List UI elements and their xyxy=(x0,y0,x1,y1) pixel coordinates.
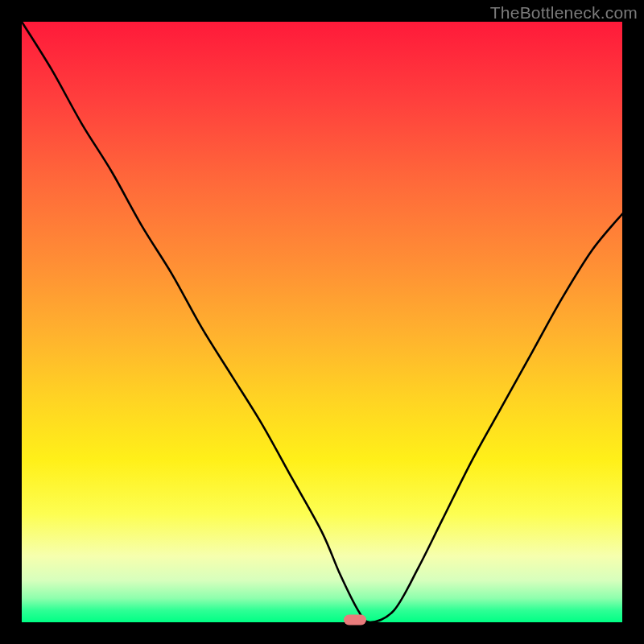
optimum-marker xyxy=(344,615,366,625)
watermark-text: TheBottleneck.com xyxy=(490,3,638,23)
bottleneck-curve xyxy=(22,22,622,622)
curve-path xyxy=(22,22,622,622)
plot-area xyxy=(22,22,622,622)
chart-frame: TheBottleneck.com xyxy=(0,0,644,644)
